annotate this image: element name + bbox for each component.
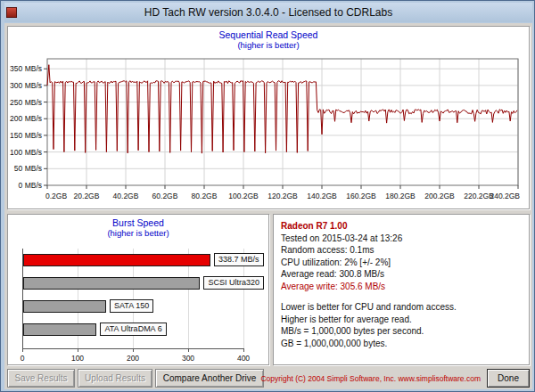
cpu-utilization: CPU utilization: 2% [+/- 2%]	[281, 257, 522, 269]
copyright-text: Copyright (C) 2004 Simpli Software, Inc.…	[260, 374, 481, 383]
burst-bar-ata-ultradma6	[23, 323, 96, 336]
seq-chart-title: Sequential Read Speed	[8, 29, 529, 40]
sequential-read-panel: Sequential Read Speed (higher is better)…	[7, 26, 530, 209]
x-tick-label: 60.2GB	[152, 192, 178, 200]
x-tick-label: 180.2GB	[385, 192, 416, 200]
x-tick-label: 100.2GB	[228, 192, 259, 200]
x-tick-label: 0	[9, 354, 36, 363]
burst-bar-scsi-ultra320	[23, 277, 200, 290]
seq-chart-subtitle: (higher is better)	[8, 40, 529, 50]
x-tick-label: 120.2GB	[268, 192, 298, 200]
x-tick	[188, 348, 189, 352]
results-panel: Radeon R7 1.00 Tested on 2015-03-24 at 1…	[273, 214, 530, 365]
burst-chart-subtitle: (higher is better)	[8, 228, 268, 238]
sequential-read-chart: 0 MB/s50 MB/s100 MB/s150 MB/s200 MB/s250…	[8, 52, 529, 208]
y-tick-label: 350 MB/s	[10, 64, 42, 73]
x-tick-label: 20.2GB	[74, 192, 100, 200]
tested-on: Tested on 2015-03-24 at 13:26	[281, 233, 522, 245]
hd-tach-window: HD Tach RW version 3.0.4.0 - Licensed to…	[0, 0, 535, 392]
compare-another-drive-button[interactable]: Compare Another Drive	[155, 369, 264, 388]
burst-bar-label-tested-drive: 338.7 MB/s	[214, 253, 264, 266]
client-area: Sequential Read Speed (higher is better)…	[4, 23, 532, 389]
x-tick-label: 200.2GB	[424, 192, 455, 200]
y-tick-label: 0 MB/s	[19, 181, 42, 190]
x-tick-label: 160.2GB	[346, 192, 376, 200]
upload-results-button: Upload Results	[78, 369, 152, 388]
burst-speed-chart: 0100200300400338.7 MB/sSCSI Ultra320SATA…	[22, 249, 243, 364]
x-tick-label: 100	[64, 354, 91, 363]
y-tick-label: 250 MB/s	[10, 98, 42, 107]
burst-bar-sata-150	[23, 300, 106, 313]
x-tick-label: 400	[230, 354, 257, 363]
average-write: Average write: 305.6 MB/s	[281, 281, 522, 293]
titlebar: HD Tach RW version 3.0.4.0 - Licensed to…	[4, 3, 532, 22]
x-tick	[22, 348, 23, 352]
burst-bar-label-sata-150: SATA 150	[110, 299, 153, 313]
average-read: Average read: 300.8 MB/s	[281, 268, 522, 281]
x-tick	[78, 348, 78, 352]
window-title: HD Tach RW version 3.0.4.0 - Licensed to…	[144, 6, 392, 19]
x-tick	[243, 348, 244, 352]
x-tick-label: 40.2GB	[113, 192, 139, 200]
x-tick-label: 200	[119, 354, 146, 363]
burst-bar-tested-drive	[23, 254, 210, 266]
x-tick-label: 80.2GB	[192, 192, 218, 200]
y-tick-label: 50 MB/s	[14, 164, 42, 173]
x-tick	[133, 348, 134, 352]
save-results-button: Save Results	[7, 369, 75, 388]
note-gb-definition: GB = 1,000,000,000 bytes.	[281, 338, 522, 350]
x-tick-label: 300	[175, 354, 202, 363]
note-mbs-definition: MB/s = 1,000,000 bytes per second.	[281, 325, 522, 338]
x-tick-label: 240.2GB	[490, 192, 520, 200]
random-access: Random access: 0.1ms	[281, 244, 522, 257]
burst-bar-label-scsi-ultra320: SCSI Ultra320	[203, 276, 264, 290]
y-tick-label: 200 MB/s	[10, 114, 42, 123]
burst-bar-label-ata-ultradma6: ATA UltraDMA 6	[100, 323, 166, 336]
note-cpu-random: Lower is better for CPU and random acces…	[281, 301, 522, 314]
x-tick-label: 0.2GB	[45, 192, 67, 200]
done-button[interactable]: Done	[487, 369, 530, 388]
y-tick-label: 100 MB/s	[10, 148, 42, 157]
y-tick-label: 300 MB/s	[10, 81, 42, 90]
burst-chart-title: Burst Speed	[8, 217, 268, 228]
note-average-read: Higher is better for average read.	[281, 314, 522, 326]
burst-speed-panel: Burst Speed (higher is better) 010020030…	[7, 214, 269, 365]
app-icon	[6, 7, 17, 18]
x-tick-label: 140.2GB	[307, 192, 337, 200]
y-tick-label: 150 MB/s	[10, 131, 42, 140]
drive-name: Radeon R7 1.00	[281, 220, 522, 233]
